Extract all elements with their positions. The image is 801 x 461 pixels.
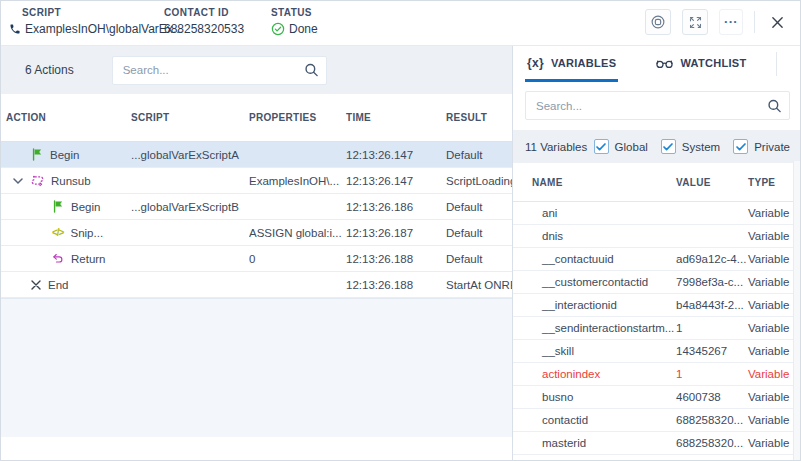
search-icon [304,63,319,78]
checkbox-checked-icon [733,139,748,154]
end-x-icon [31,280,41,290]
status-label: STATUS [271,7,318,18]
header-divider [754,11,755,33]
action-label: Snip... [70,227,103,239]
actions-count: 6 Actions [25,63,74,77]
script-cell: ...globalVarExScriptA [131,149,249,161]
time-cell: 12:13:26.186 [346,201,446,213]
filter-global[interactable]: Global [594,139,648,154]
col-result: RESULT [446,112,512,123]
variable-row-skill[interactable]: __skill 14345267 Variable [513,340,801,363]
variables-search [513,82,801,130]
contact-id-meta: CONTACT ID 688258320533 [164,7,244,36]
col-script: SCRIPT [131,112,249,123]
checkbox-checked-icon [594,139,609,154]
time-cell: 12:13:26.188 [346,279,446,291]
variable-row-ani[interactable]: ani Variable [513,202,801,225]
action-label: Return [71,253,106,265]
variable-row-contactuuid[interactable]: __contactuuid ad69a12c-4... Variable [513,248,801,271]
time-cell: 12:13:26.147 [346,149,446,161]
return-icon [52,253,64,265]
script-meta: SCRIPT ExamplesInOH\globalVarEx... [22,7,183,36]
col-name: NAME [523,177,676,188]
action-row-snippet[interactable]: </> Snip... ASSIGN global:i... 12:13:26.… [1,220,512,246]
close-button[interactable] [766,11,788,33]
action-label: Begin [50,149,79,161]
variable-row-sendinteractionstart[interactable]: __sendinteractionstartm... 1 Variable [513,317,801,340]
result-cell: Default [446,201,512,213]
tabs-divider [776,52,777,76]
tab-variables[interactable]: {x} VARIABLES [525,46,618,82]
col-action: ACTION [1,112,131,123]
script-trace-window: SCRIPT ExamplesInOH\globalVarEx... CONTA… [0,0,801,461]
properties-cell: 0 [249,253,346,265]
action-row-runsub[interactable]: Runsub ExamplesInOH\... 12:13:26.147 Scr… [1,168,512,194]
variable-row-interactionid[interactable]: __interactionid b4a8443f-2... Variable [513,294,801,317]
action-row-return[interactable]: Return 0 12:13:26.188 Default [1,246,512,272]
status-value: Done [289,22,318,36]
variable-row-actionindex[interactable]: actionindex 1 Variable [513,363,801,386]
col-time: TIME [346,112,446,123]
main-content: 6 Actions ACTION SCRIPT PROPERTIES TIME … [1,46,801,461]
variable-row-masterid[interactable]: masterid 688258320... Variable [513,432,801,455]
actions-empty-area [1,298,512,437]
result-cell: Default [446,149,512,161]
checkbox-checked-icon [661,139,676,154]
tab-watchlist-label: WATCHLIST [680,57,746,69]
result-cell: ScriptLoading [446,175,512,187]
runsub-icon [31,174,44,187]
col-value: VALUE [676,177,748,188]
actions-search [112,56,327,85]
col-properties: PROPERTIES [249,112,346,123]
result-cell: StartAt ONRELE... [446,279,512,291]
variable-row-contactid[interactable]: contactid 688258320... Variable [513,409,801,432]
expand-button[interactable] [682,9,708,35]
action-label: End [48,279,68,291]
check-circle-icon [271,22,285,36]
glasses-icon [656,57,673,69]
variable-row-busno[interactable]: busno 4600738 Variable [513,386,801,409]
actions-panel: 6 Actions ACTION SCRIPT PROPERTIES TIME … [1,46,512,461]
variable-row-dnis[interactable]: dnis Variable [513,225,801,248]
more-button[interactable]: ... [719,9,743,35]
script-value: ExamplesInOH\globalVarEx... [25,22,183,36]
tab-watchlist[interactable]: WATCHLIST [654,46,748,82]
variables-icon: {x} [527,56,544,70]
search-icon [767,98,782,113]
properties-cell: ASSIGN global:i... [249,227,346,239]
filter-system[interactable]: System [661,139,720,154]
flag-icon [52,200,64,213]
action-row-begin-a[interactable]: Begin ...globalVarExScriptA 12:13:26.147… [1,142,512,168]
expand-icon [688,15,703,30]
actions-search-input[interactable] [112,56,327,85]
close-icon [771,16,784,29]
action-row-begin-b[interactable]: Begin ...globalVarExScriptB 12:13:26.186… [1,194,512,220]
target-icon [650,14,666,30]
variables-filter-bar: 11 Variables Global System [513,130,801,163]
result-cell: Default [446,253,512,265]
action-label: Begin [71,201,100,213]
variables-search-input[interactable] [525,91,790,120]
action-row-end[interactable]: End 12:13:26.188 StartAt ONRELE... [1,272,512,298]
variables-panel: {x} VARIABLES WATCHLIST [512,46,801,461]
chevron-down-icon[interactable] [13,177,23,184]
time-cell: 12:13:26.187 [346,227,446,239]
target-button[interactable] [645,9,671,35]
snippet-icon: </> [52,227,63,238]
action-label: Runsub [51,175,91,187]
actions-toolbar: 6 Actions [1,46,512,94]
variables-tabs: {x} VARIABLES WATCHLIST [513,46,801,82]
filter-global-label: Global [615,141,648,153]
phone-icon [9,23,21,35]
filter-private[interactable]: Private [733,139,790,154]
actions-table-header: ACTION SCRIPT PROPERTIES TIME RESULT [1,94,512,142]
variables-count: 11 Variables [525,141,587,153]
script-label: SCRIPT [22,7,183,18]
script-cell: ...globalVarExScriptB [131,201,249,213]
contact-id-value: 688258320533 [164,22,244,36]
variables-scrollbar[interactable] [793,161,801,461]
tab-variables-label: VARIABLES [551,57,616,69]
variable-row-customercontactid[interactable]: __customercontactid 7998ef3a-c... Variab… [513,271,801,294]
filter-system-label: System [682,141,720,153]
result-cell: Default [446,227,512,239]
